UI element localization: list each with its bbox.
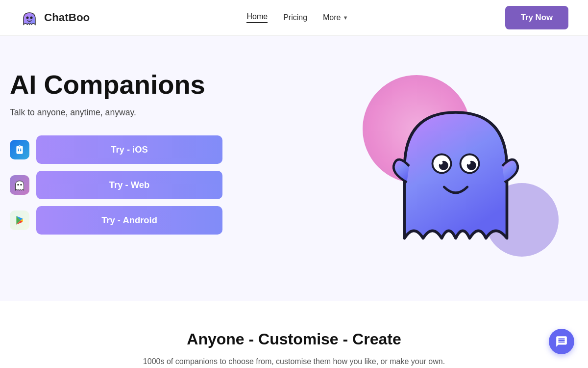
bottom-section: Anyone - Customise - Create 1000s of com… <box>0 301 588 368</box>
web-cta-row: Try - Web <box>10 171 222 199</box>
hero-left: AI Companions Talk to anyone, anytime, a… <box>10 65 222 235</box>
try-web-button[interactable]: Try - Web <box>36 171 222 199</box>
svg-point-15 <box>467 161 471 165</box>
ios-app-store-icon <box>10 140 29 159</box>
bottom-subtitle: 1000s of companions to choose from, cust… <box>10 357 578 366</box>
svg-point-2 <box>17 184 19 185</box>
android-cta-row: Try - Android <box>10 206 222 235</box>
try-ios-button[interactable]: Try - iOS <box>36 135 222 164</box>
google-play-icon <box>10 210 29 230</box>
nav-pricing[interactable]: Pricing <box>283 13 307 22</box>
logo-area[interactable]: ChatBoo <box>20 8 90 27</box>
hero-section: AI Companions Talk to anyone, anytime, a… <box>0 36 588 291</box>
logo-icon <box>20 8 39 27</box>
svg-point-11 <box>439 161 443 165</box>
cta-group: Try - iOS Try - Web <box>10 135 222 235</box>
svg-point-0 <box>26 17 29 19</box>
try-android-button[interactable]: Try - Android <box>36 206 222 235</box>
chat-bubble-button[interactable] <box>549 329 574 354</box>
chevron-down-icon: ▼ <box>343 15 348 21</box>
svg-point-3 <box>20 184 22 185</box>
chat-icon <box>555 335 568 348</box>
nav-more-label: More <box>323 13 341 22</box>
ghost-illustration <box>372 75 539 262</box>
hero-illustration <box>333 65 568 271</box>
hero-subtitle: Talk to anyone, anytime, anyway. <box>10 107 222 118</box>
nav-links: Home Pricing More ▼ <box>246 12 348 23</box>
hero-title: AI Companions <box>10 70 222 100</box>
nav-more[interactable]: More ▼ <box>323 13 348 22</box>
logo-text: ChatBoo <box>44 11 90 24</box>
ios-cta-row: Try - iOS <box>10 135 222 164</box>
try-now-button[interactable]: Try Now <box>505 6 568 29</box>
nav-home[interactable]: Home <box>246 12 268 23</box>
svg-point-1 <box>30 17 33 19</box>
bottom-title: Anyone - Customise - Create <box>10 330 578 348</box>
web-ghost-icon <box>10 175 29 195</box>
navbar: ChatBoo Home Pricing More ▼ Try Now <box>0 0 588 36</box>
